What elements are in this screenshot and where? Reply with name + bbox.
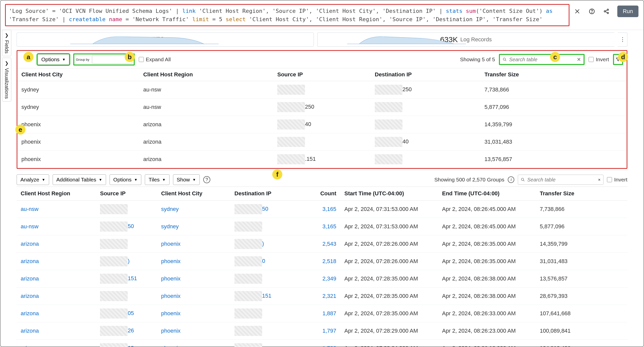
obscured-src bbox=[100, 256, 128, 266]
cell2-count[interactable]: 2,321 bbox=[298, 288, 341, 305]
run-button[interactable]: Run bbox=[617, 6, 638, 17]
side-tab-visualizations[interactable]: ❯Visualizations bbox=[2, 58, 11, 102]
expand-all-checkbox[interactable]: Expand All bbox=[139, 56, 171, 62]
cell2-region[interactable]: arizona bbox=[17, 322, 96, 340]
cell2-count[interactable]: 1,788 bbox=[298, 340, 341, 347]
cell2-region[interactable]: au-nsw bbox=[17, 201, 96, 218]
cell2-src[interactable]: 26 bbox=[96, 322, 157, 340]
close-icon[interactable] bbox=[573, 8, 581, 15]
cell2-city[interactable]: sydney bbox=[157, 201, 230, 218]
cell2-dst[interactable] bbox=[230, 340, 298, 347]
search-table2-input[interactable]: ✕ bbox=[518, 175, 603, 185]
share-icon[interactable] bbox=[603, 8, 610, 15]
obscured-dst bbox=[375, 85, 402, 95]
clear-search-icon[interactable]: ✕ bbox=[577, 56, 581, 62]
col2-start[interactable]: Start Time (UTC-04:00) bbox=[340, 187, 438, 201]
table-row[interactable]: arizona)phoenix02,518Apr 2, 2024, 07:28:… bbox=[17, 253, 627, 270]
cell2-src[interactable] bbox=[96, 201, 157, 218]
cell2-src[interactable] bbox=[96, 235, 157, 253]
cell2-dst[interactable] bbox=[230, 322, 298, 340]
info-icon[interactable]: i bbox=[508, 176, 514, 183]
cell2-src[interactable] bbox=[96, 288, 157, 305]
summary-menu-icon[interactable]: ⋮ bbox=[618, 33, 627, 47]
cell2-dst[interactable] bbox=[230, 270, 298, 288]
cell2-count[interactable]: 2,543 bbox=[298, 235, 341, 253]
cell2-count[interactable]: 1,797 bbox=[298, 322, 341, 340]
cell2-region[interactable]: arizona bbox=[17, 235, 96, 253]
summary-records[interactable]: 633K Log Records bbox=[317, 33, 614, 47]
cell2-src[interactable]: 05 bbox=[96, 305, 157, 322]
col-dst[interactable]: Destination IP bbox=[371, 68, 480, 81]
table-row[interactable]: arizonaphoenix1512,321Apr 2, 2024, 07:28… bbox=[17, 288, 627, 305]
col-region[interactable]: Client Host Region bbox=[139, 68, 273, 81]
table-row[interactable]: sydneyau-nsw2507,738,866 bbox=[17, 81, 627, 99]
col2-src[interactable]: Source IP bbox=[96, 187, 157, 201]
cell2-city[interactable]: phoenix bbox=[157, 305, 230, 322]
cell2-city[interactable]: sydney bbox=[157, 218, 230, 235]
table-row[interactable]: au-nswsydney503,165Apr 2, 2024, 07:31:53… bbox=[17, 201, 627, 218]
tiles-dropdown[interactable]: Tiles▼ bbox=[145, 174, 169, 185]
cell2-city[interactable]: phoenix bbox=[157, 322, 230, 340]
cell2-count[interactable]: 2,518 bbox=[298, 253, 341, 270]
cell2-count[interactable]: 3,165 bbox=[298, 201, 341, 218]
col2-dst[interactable]: Destination IP bbox=[230, 187, 298, 201]
cell2-city[interactable]: phoenix bbox=[157, 340, 230, 347]
col2-end[interactable]: End Time (UTC-04:00) bbox=[438, 187, 536, 201]
cell2-region[interactable]: arizona bbox=[17, 253, 96, 270]
help-icon[interactable] bbox=[588, 8, 596, 15]
cell2-city[interactable]: phoenix bbox=[157, 253, 230, 270]
clear-search2-icon[interactable]: ✕ bbox=[598, 178, 601, 182]
query-text[interactable]: 'Log Source' = 'OCI VCN Flow Unified Sch… bbox=[5, 4, 569, 26]
cell2-src[interactable]: 19 bbox=[96, 340, 157, 347]
search-table-input[interactable]: ✕ bbox=[499, 54, 585, 65]
col2-city[interactable]: Client Host City bbox=[157, 187, 230, 201]
additional-tables-dropdown[interactable]: Additional Tables▼ bbox=[53, 174, 106, 185]
invert-checkbox[interactable]: Invert bbox=[589, 56, 609, 62]
show-dropdown[interactable]: Show▼ bbox=[173, 174, 200, 185]
cell2-city[interactable]: phoenix bbox=[157, 235, 230, 253]
cell2-region[interactable]: arizona bbox=[17, 340, 96, 347]
analyze-dropdown[interactable]: Analyze▼ bbox=[17, 174, 49, 185]
cell2-region[interactable]: arizona bbox=[17, 288, 96, 305]
table-row[interactable]: phoenixarizona4014,359,799 bbox=[17, 116, 627, 133]
col-transfer[interactable]: Transfer Size bbox=[480, 68, 627, 81]
cell2-dst[interactable]: ) bbox=[230, 235, 298, 253]
cell2-dst[interactable]: 50 bbox=[230, 201, 298, 218]
cell2-region[interactable]: arizona bbox=[17, 305, 96, 322]
options2-dropdown[interactable]: Options▼ bbox=[110, 174, 141, 185]
options-dropdown[interactable]: Options▼ bbox=[38, 54, 69, 65]
cell2-count[interactable]: 2,349 bbox=[298, 270, 341, 288]
table-row[interactable]: phoenixarizona.15113,576,857 bbox=[17, 151, 627, 168]
cell2-src[interactable]: 151 bbox=[96, 270, 157, 288]
table-row[interactable]: au-nsw50sydney3,165Apr 2, 2024, 07:31:53… bbox=[17, 218, 627, 235]
cell2-dst[interactable]: 0 bbox=[230, 253, 298, 270]
cell2-city[interactable]: phoenix bbox=[157, 270, 230, 288]
summary-groups[interactable]: 2,570 Groups bbox=[17, 33, 314, 47]
cell2-dst[interactable] bbox=[230, 218, 298, 235]
cell2-region[interactable]: arizona bbox=[17, 270, 96, 288]
col-src[interactable]: Source IP bbox=[273, 68, 371, 81]
cell2-count[interactable]: 1,887 bbox=[298, 305, 341, 322]
table-row[interactable]: phoenixarizona4031,031,483 bbox=[17, 133, 627, 151]
cell2-city[interactable]: phoenix bbox=[157, 288, 230, 305]
cell2-dst[interactable] bbox=[230, 305, 298, 322]
table-row[interactable]: arizona19phoenix1,788Apr 2, 2024, 07:28:… bbox=[17, 340, 627, 347]
cell2-src[interactable]: ) bbox=[96, 253, 157, 270]
col2-region[interactable]: Client Host Region bbox=[17, 187, 96, 201]
side-tab-fields[interactable]: ❯Fields bbox=[2, 30, 11, 56]
cell2-dst[interactable]: 151 bbox=[230, 288, 298, 305]
cell2-count[interactable]: 3,165 bbox=[298, 218, 341, 235]
cell2-region[interactable]: au-nsw bbox=[17, 218, 96, 235]
col2-transfer[interactable]: Transfer Size bbox=[536, 187, 627, 201]
table-row[interactable]: sydneyau-nsw2505,877,096 bbox=[17, 99, 627, 116]
col-city[interactable]: Client Host City bbox=[17, 68, 139, 81]
table-row[interactable]: arizonaphoenix)2,543Apr 2, 2024, 07:28:2… bbox=[17, 235, 627, 253]
cell2-end: Apr 2, 2024, 08:26:23.000 AM bbox=[438, 322, 536, 340]
table-row[interactable]: arizona26phoenix1,797Apr 2, 2024, 07:28:… bbox=[17, 322, 627, 340]
cell2-src[interactable]: 50 bbox=[96, 218, 157, 235]
table-row[interactable]: arizona05phoenix1,887Apr 2, 2024, 07:28:… bbox=[17, 305, 627, 322]
invert2-checkbox[interactable]: Invert bbox=[607, 177, 627, 183]
help-icon[interactable]: ? bbox=[203, 176, 210, 183]
table-row[interactable]: arizona151phoenix2,349Apr 2, 2024, 07:28… bbox=[17, 270, 627, 288]
col2-count[interactable]: Count bbox=[298, 187, 341, 201]
